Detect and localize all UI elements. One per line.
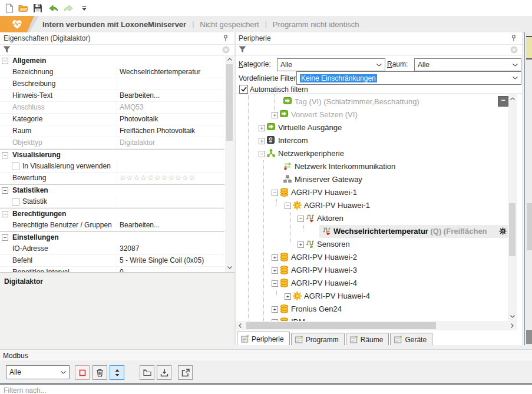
property-value[interactable]: Digitalaktor: [120, 138, 155, 147]
section-expander[interactable]: −: [2, 211, 8, 217]
tree-expander[interactable]: −: [259, 151, 265, 157]
scroll-up-button[interactable]: [508, 94, 517, 103]
tree-item-agri-pv-huawei-4[interactable]: +AGRI-PV Huawei-4: [236, 290, 508, 303]
tree-item-fronius-gen24[interactable]: +Fronius Gen24: [236, 303, 508, 316]
section-expander[interactable]: −: [2, 58, 8, 64]
tree-item-idm[interactable]: +IDM: [236, 316, 508, 321]
tree-expander[interactable]: −: [298, 216, 304, 222]
status-separator: |: [265, 20, 267, 28]
pin-icon[interactable]: [223, 35, 229, 42]
tree-item-agri-pv-huawei-2[interactable]: +AGRI-PV Huawei-2: [236, 251, 508, 264]
save-button[interactable]: [32, 2, 44, 14]
tree-scrollbar[interactable]: [508, 94, 517, 321]
property-value[interactable]: 32087: [120, 244, 139, 253]
clear-filter-icon[interactable]: [510, 46, 518, 54]
tab-programm[interactable]: Programm: [291, 333, 345, 346]
modbus-filter-input[interactable]: [2, 386, 523, 394]
scroll-thumb[interactable]: [226, 64, 233, 141]
tree-item-virtuelle-ausgänge[interactable]: +Virtuelle Ausgänge: [236, 121, 508, 134]
import-button[interactable]: [157, 365, 171, 380]
scroll-thumb[interactable]: [509, 203, 516, 256]
undo-button[interactable]: [47, 2, 59, 14]
scroll-down-button[interactable]: [508, 312, 517, 321]
tab-geräte[interactable]: Geräte: [390, 333, 432, 346]
tab-label: Räume: [361, 336, 384, 344]
tree-expander[interactable]: +: [259, 125, 265, 131]
scroll-down-button[interactable]: [225, 263, 234, 272]
tree-expander[interactable]: +: [272, 112, 278, 118]
tree-expander[interactable]: +: [272, 254, 278, 261]
property-row: BezeichnungWechselrichtertemperatur: [0, 67, 224, 78]
new-file-button[interactable]: [4, 2, 15, 14]
open-folder-icon: [18, 4, 28, 12]
tree-expander[interactable]: +: [298, 241, 304, 248]
sort-button[interactable]: [110, 365, 124, 380]
property-value[interactable]: 5 - Write Single Coil (0x05): [120, 256, 204, 264]
tree-item-netzwerk-interkommunikation[interactable]: Netzwerk Interkommunikation: [236, 160, 508, 173]
property-value[interactable]: Bearbeiten...: [120, 221, 160, 229]
tree-item-intercom[interactable]: +Intercom: [236, 134, 508, 147]
collapse-all-button[interactable]: −: [498, 96, 508, 107]
tree-expander[interactable]: −: [285, 203, 291, 209]
scroll-thumb[interactable]: [246, 322, 436, 329]
tree-item-miniserver-gateway[interactable]: Miniserver Gateway: [236, 173, 508, 186]
tab-räume[interactable]: Räume: [346, 333, 389, 346]
raum-dropdown[interactable]: Alle: [414, 58, 521, 71]
delete-button[interactable]: [92, 365, 107, 380]
clear-filter-icon[interactable]: [222, 46, 230, 54]
tree-expander[interactable]: +: [272, 267, 278, 274]
kategorie-dropdown[interactable]: Alle: [277, 58, 385, 71]
export-button[interactable]: [178, 365, 193, 380]
property-checkbox[interactable]: [12, 163, 19, 170]
properties-scrollbar[interactable]: [225, 55, 234, 272]
tree-expander[interactable]: +: [285, 293, 291, 300]
tree-expander[interactable]: +: [272, 319, 278, 321]
property-value[interactable]: 0: [120, 268, 124, 272]
tree-item-agri-pv-huawei-3[interactable]: +AGRI-PV Huawei-3: [236, 264, 508, 277]
property-value[interactable]: Wechselrichtertemperatur: [120, 68, 200, 76]
tree-expander[interactable]: +: [259, 138, 265, 144]
scroll-right-button[interactable]: [508, 321, 517, 330]
tree-item-agri-pv-huawei-1[interactable]: −AGRI-PV Huawei-1: [236, 186, 508, 199]
open-folder-button[interactable]: [17, 2, 29, 14]
property-checkbox[interactable]: [12, 198, 19, 206]
tree-expander[interactable]: −: [272, 190, 278, 196]
property-label: Hinweis-Text: [12, 91, 52, 100]
property-row: −Berechtigungen: [0, 208, 224, 220]
modbus-scope-dropdown[interactable]: Alle: [6, 365, 70, 379]
property-value[interactable]: Freiflächen Photovoltaik: [120, 127, 195, 135]
tab-peripherie[interactable]: Peripherie: [237, 332, 290, 346]
tree-item-wechselrichtertemperatur[interactable]: Wechselrichtertemperatur (Q) (Freifläche…: [236, 225, 508, 238]
vordefinierte-filter-dropdown[interactable]: Keine Einschränkungen: [296, 71, 521, 85]
section-expander[interactable]: −: [2, 187, 8, 194]
tree-item-netzwerkperipherie[interactable]: −Netzwerkperipherie: [236, 147, 508, 160]
tree-item-agri-pv-huawei-4[interactable]: −AGRI-PV Huawei-4: [236, 277, 508, 290]
tree-item-vorwert-setzen[interactable]: +Vorwert Setzen (VI): [236, 108, 508, 121]
property-row: Bewertung☆☆☆☆☆☆☆☆☆☆☆: [0, 173, 224, 184]
redo-button[interactable]: [62, 2, 74, 14]
tree-item-agri-pv-huawei-1[interactable]: −AGRI-PV Huawei-1: [236, 199, 508, 212]
section-expander[interactable]: −: [2, 152, 8, 158]
modbus-filter-row: [0, 383, 532, 394]
property-label: Bezeichnung: [12, 68, 53, 76]
open-file-button[interactable]: [140, 365, 154, 380]
autofilter-checkbox[interactable]: [239, 85, 248, 94]
section-expander[interactable]: −: [2, 234, 8, 241]
tree-item-suffix: (VI): [343, 110, 358, 119]
toolbar-overflow-button[interactable]: [78, 2, 90, 14]
tree-item-sensoren[interactable]: +Sensoren: [236, 238, 508, 251]
tree-expander[interactable]: −: [272, 280, 278, 287]
rating-stars[interactable]: ☆☆☆☆☆☆☆☆☆☆☆: [120, 174, 196, 182]
property-value[interactable]: Photovoltaik: [120, 115, 158, 123]
pin-icon[interactable]: [511, 35, 517, 42]
gear-icon[interactable]: [499, 227, 507, 235]
tree-h-scrollbar[interactable]: [236, 321, 517, 330]
scroll-up-button[interactable]: [225, 55, 234, 64]
scroll-left-button[interactable]: [236, 321, 244, 330]
property-value[interactable]: Bearbeiten...: [120, 91, 160, 100]
tree-item-aktoren[interactable]: −Aktoren: [236, 212, 508, 225]
tree-item-tag[interactable]: Tag (VI) (Schlafzimmer,Beschattung): [236, 95, 508, 108]
property-value[interactable]: AMQ53: [120, 103, 144, 111]
stop-button[interactable]: [75, 365, 90, 380]
tree-expander[interactable]: +: [272, 306, 278, 313]
